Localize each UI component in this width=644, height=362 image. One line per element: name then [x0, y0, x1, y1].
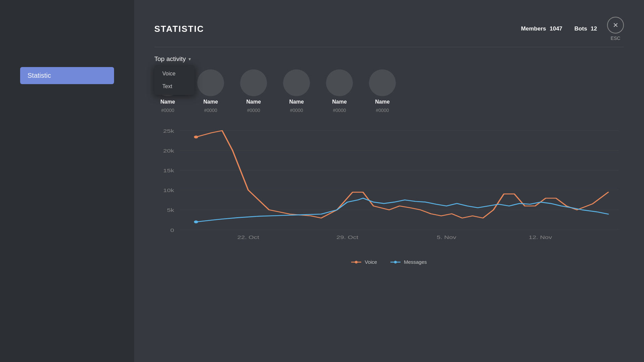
chevron-down-icon: ▾ [189, 56, 191, 62]
svg-text:5k: 5k [167, 208, 174, 213]
svg-point-17 [194, 221, 198, 223]
avatar-item-3: Name #0000 [283, 69, 310, 113]
svg-text:10k: 10k [163, 188, 174, 193]
dropdown-item-voice[interactable]: Voice [154, 67, 195, 80]
svg-point-16 [194, 135, 198, 138]
messages-line [196, 198, 608, 222]
svg-text:25k: 25k [163, 128, 174, 134]
svg-text:5. Nov: 5. Nov [437, 235, 457, 240]
svg-text:29. Oct: 29. Oct [336, 235, 358, 240]
avatar-item-5: Name #0000 [369, 69, 396, 113]
bots-value: 12 [591, 25, 597, 32]
avatar-1 [197, 69, 224, 96]
legend-messages: Messages [390, 259, 427, 265]
sidebar: Statistic [0, 0, 134, 362]
dropdown-item-text[interactable]: Text [154, 80, 195, 93]
svg-text:22. Oct: 22. Oct [237, 235, 259, 240]
svg-text:20k: 20k [163, 148, 174, 154]
avatar-name-3: Name [289, 99, 304, 105]
members-stat: Members 1047 [519, 25, 562, 32]
esc-label: ESC [611, 36, 621, 41]
avatar-item-2: Name #0000 [240, 69, 267, 113]
avatar-item-1: Name #0000 [197, 69, 224, 113]
avatar-item-4: Name #0000 [326, 69, 353, 113]
avatar-name-0: Name [160, 99, 175, 105]
header: STATISTIC Members 1047 Bots 12 ✕ ESC [154, 17, 624, 41]
voice-line [196, 131, 608, 218]
avatar-id-0: #0000 [161, 108, 174, 113]
top-activity-label: Top activity [154, 55, 186, 63]
avatar-id-4: #0000 [333, 108, 346, 113]
members-label: Members [521, 25, 546, 32]
legend-voice: Voice [351, 259, 377, 265]
legend-voice-label: Voice [365, 259, 377, 265]
esc-button[interactable]: ✕ [607, 17, 624, 34]
chart-container: 25k 20k 15k 10k 5k 0 22. Oct 29. Oct 5. … [154, 126, 624, 254]
top-activity-row: Top activity ▾ Voice Text [154, 55, 624, 63]
legend-row: Voice Messages [154, 259, 624, 265]
header-divider [154, 47, 624, 47]
avatar-name-4: Name [332, 99, 347, 105]
svg-point-19 [355, 261, 358, 263]
top-activity-dropdown-button[interactable]: Top activity ▾ [154, 55, 191, 63]
svg-point-21 [394, 261, 397, 263]
svg-text:12. Nov: 12. Nov [529, 235, 552, 240]
avatar-name-2: Name [246, 99, 261, 105]
esc-button-wrap: ✕ ESC [607, 17, 624, 41]
svg-text:15k: 15k [163, 168, 174, 174]
top-activity-dropdown-menu: Voice Text [154, 65, 195, 95]
avatar-id-5: #0000 [376, 108, 389, 113]
avatar-name-1: Name [203, 99, 218, 105]
avatar-5 [369, 69, 396, 96]
header-stats: Members 1047 Bots 12 ✕ ESC [519, 17, 624, 41]
members-value: 1047 [550, 25, 562, 32]
avatars-row: Name #0000 Name #0000 Name #0000 Name #0… [154, 69, 624, 113]
avatar-2 [240, 69, 267, 96]
svg-text:0: 0 [170, 228, 174, 233]
bots-stat: Bots 12 [573, 25, 597, 32]
avatar-id-2: #0000 [247, 108, 260, 113]
sidebar-item-statistic[interactable]: Statistic [20, 67, 114, 84]
chart-area: 25k 20k 15k 10k 5k 0 22. Oct 29. Oct 5. … [154, 126, 624, 349]
bots-label: Bots [575, 25, 587, 32]
avatar-id-1: #0000 [204, 108, 217, 113]
avatar-3 [283, 69, 310, 96]
legend-messages-label: Messages [404, 259, 427, 265]
avatar-4 [326, 69, 353, 96]
avatar-id-3: #0000 [290, 108, 303, 113]
main-panel: STATISTIC Members 1047 Bots 12 ✕ ESC Top… [134, 0, 644, 362]
page-title: STATISTIC [154, 24, 204, 34]
avatar-name-5: Name [375, 99, 390, 105]
chart-svg: 25k 20k 15k 10k 5k 0 22. Oct 29. Oct 5. … [154, 126, 624, 254]
